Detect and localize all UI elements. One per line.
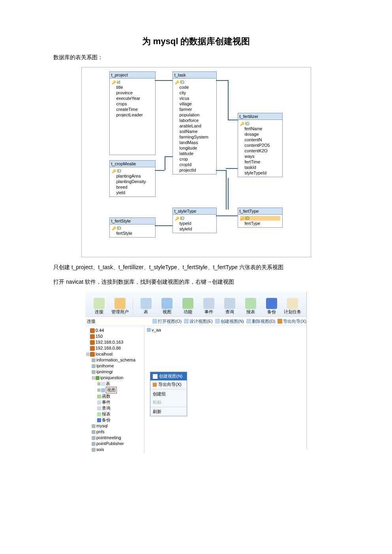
view-icon: [152, 319, 157, 324]
tree-db[interactable]: pointPublisher: [92, 441, 143, 447]
field: laborforce: [175, 118, 214, 123]
tree-label: localhost: [96, 351, 113, 357]
tree-node-tables[interactable]: ⊞表: [97, 381, 143, 387]
tree-node-events[interactable]: 事件: [97, 399, 143, 405]
export-icon: [278, 319, 282, 324]
para-tables: 只创建 t_project、t_task、t_fertillizer、t_sty…: [53, 263, 339, 271]
report-icon: [97, 412, 101, 416]
ribbon-connect[interactable]: 连接: [90, 298, 108, 315]
field: soilName: [175, 129, 214, 134]
tree-node-views[interactable]: ⊞视图: [97, 387, 143, 393]
tree-db[interactable]: pointmeeting: [92, 435, 143, 441]
ribbon-backup[interactable]: 备份: [263, 298, 281, 315]
tree-label: sois: [96, 447, 104, 453]
subbar-text: 创建视图(N): [221, 318, 244, 324]
tree-label: ipniquestion: [100, 375, 124, 381]
ribbon-label: 表: [144, 309, 148, 315]
tree-connection-localhost[interactable]: ⊟localhost: [86, 351, 143, 357]
tree-db[interactable]: pnfs: [92, 429, 143, 435]
tree-label: 0.44: [96, 328, 104, 333]
function-icon: [182, 298, 193, 309]
sub-toolbar: 连接 打开视图(O) 设计视图(E) 创建视图(N) 删除视图(D) 导出向导(…: [85, 317, 306, 326]
tree-db[interactable]: ipnimngr: [92, 369, 143, 375]
view-icon: [101, 388, 105, 392]
subbar-design-view[interactable]: 设计视图(E): [184, 318, 213, 324]
field: executeYear: [112, 95, 153, 101]
tree-db[interactable]: soisforum: [92, 453, 143, 453]
field: projectLeader: [112, 112, 153, 118]
event-icon: [97, 401, 101, 404]
subbar-text: 打开视图(O): [158, 318, 182, 324]
table-header: t_project: [110, 72, 155, 79]
table-fertstyle: t_fertStyle ID fertStyle: [109, 217, 156, 238]
tree-db[interactable]: mysql: [92, 423, 143, 429]
tree-node-backups[interactable]: 备份: [97, 417, 143, 423]
view-item[interactable]: v_aa: [147, 328, 161, 332]
relation-line: [155, 170, 165, 171]
tree-label: 函数: [102, 393, 111, 399]
tree-db[interactable]: information_schema: [92, 357, 143, 363]
context-create-view[interactable]: 创建视图(N): [150, 372, 187, 380]
tree-connection[interactable]: 192.168.0.88: [86, 345, 143, 351]
subbar-create-view[interactable]: 创建视图(N): [215, 318, 244, 324]
tree-label: ipnimngr: [96, 369, 113, 375]
tree-label: ipnihome: [96, 363, 114, 369]
tree-label: information_schema: [96, 357, 135, 363]
content-pane: v_aa 创建视图(N) 导出向导(X) 创建组 粘贴 刷新: [144, 326, 306, 453]
tree-node-reports[interactable]: 报表: [97, 411, 143, 417]
subbar-export-wizard[interactable]: 导出向导(X): [278, 318, 306, 324]
subbar-delete-view[interactable]: 删除视图(D): [246, 318, 275, 324]
field: vicus: [175, 95, 214, 101]
tree-node-queries[interactable]: 查询: [97, 405, 143, 411]
context-label: 粘贴: [153, 399, 161, 405]
tree-label: pnfs: [96, 429, 105, 435]
tree-label: 备份: [102, 417, 111, 423]
table-header: t_fertType: [238, 208, 282, 215]
tree-label: mysql: [96, 423, 108, 429]
context-create-group[interactable]: 创建组: [150, 390, 187, 398]
query-icon: [97, 406, 101, 410]
view-item-label: v_aa: [152, 328, 161, 332]
subbar-open-view[interactable]: 打开视图(O): [152, 318, 182, 324]
context-export-wizard[interactable]: 导出向导(X): [150, 380, 187, 389]
ribbon-event[interactable]: 事件: [200, 298, 218, 315]
tree-label: 事件: [102, 399, 111, 405]
ribbon-function[interactable]: 功能: [179, 298, 197, 315]
relation-line: [228, 120, 238, 120]
ribbon-view[interactable]: 视图: [158, 298, 176, 315]
ribbon-schedule[interactable]: 计划任务: [284, 298, 302, 315]
field: contentN: [240, 137, 280, 142]
field: fertName: [240, 126, 280, 131]
ribbon-report[interactable]: 报表: [242, 298, 260, 315]
tree-db[interactable]: ipnihome: [92, 363, 143, 369]
tree-node-functions[interactable]: 函数: [97, 393, 143, 399]
table-task: t_task ID code city vicus village farmer…: [173, 71, 217, 174]
tree-db[interactable]: sois: [92, 447, 143, 453]
relation-line: [226, 170, 227, 210]
ribbon-table[interactable]: 表: [137, 298, 155, 315]
ribbon-users[interactable]: 管理用户: [111, 298, 129, 315]
field: village: [175, 101, 214, 107]
pk-field: ID: [175, 80, 214, 84]
pk-field-selected: ID: [240, 216, 280, 221]
context-refresh[interactable]: 刷新: [150, 408, 187, 416]
table-header: t_cropMealie: [110, 161, 155, 167]
db-icon: [90, 334, 95, 339]
tree-label: 表: [106, 381, 110, 387]
field: city: [175, 90, 214, 95]
tree-label: pointmeeting: [96, 435, 121, 441]
tree-db-ipniquestion[interactable]: ⊟ipniquestion: [92, 375, 143, 381]
field: plantingArea: [112, 173, 153, 179]
subbar-label: 连接: [87, 318, 96, 324]
context-label: 创建组: [153, 391, 166, 397]
tree-connection[interactable]: 150: [86, 333, 143, 339]
ribbon-query[interactable]: 查询: [221, 298, 239, 315]
field: latitude: [175, 151, 214, 156]
tree-connection[interactable]: 0.44: [86, 328, 143, 333]
connection-tree[interactable]: 0.44 150 192.168.0.163 192.168.0.88 ⊟loc…: [85, 326, 144, 453]
field: createTime: [112, 107, 153, 112]
tree-connection[interactable]: 192.168.0.163: [86, 339, 143, 345]
field: styleTypeId: [240, 170, 280, 176]
schedule-icon: [287, 298, 298, 309]
subbar-text: 导出向导(X): [283, 318, 306, 324]
